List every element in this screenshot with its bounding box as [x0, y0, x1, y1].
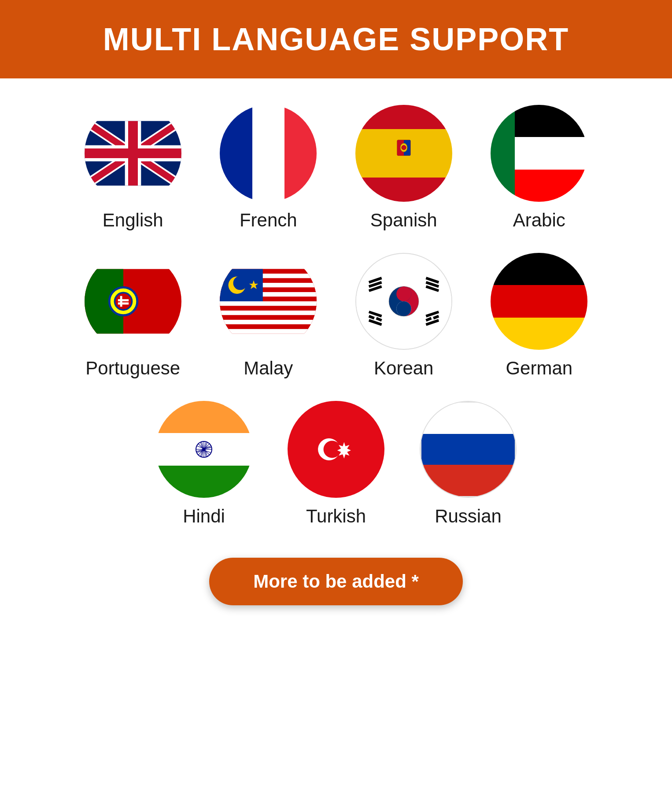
language-name-russian: Russian — [435, 506, 502, 527]
language-item-german: German — [478, 253, 601, 379]
svg-rect-23 — [220, 301, 317, 306]
language-item-malay: Malay — [207, 253, 330, 379]
svg-rect-29 — [220, 329, 317, 333]
svg-rect-11 — [118, 299, 129, 301]
more-button[interactable]: More to be added * — [209, 558, 463, 605]
flag-turkish — [288, 401, 384, 498]
flag-malay — [220, 253, 317, 350]
language-item-english: English — [72, 105, 194, 231]
svg-marker-80 — [337, 442, 351, 458]
language-name-hindi: Hindi — [183, 506, 225, 527]
language-item-french: French — [207, 105, 330, 231]
language-name-spanish: Spanish — [370, 210, 437, 231]
language-name-german: German — [506, 358, 572, 379]
page-title: MULTI LANGUAGE SUPPORT — [9, 21, 663, 57]
language-name-korean: Korean — [374, 358, 433, 379]
flag-english — [85, 105, 181, 202]
language-item-portuguese: Portuguese — [72, 253, 194, 379]
language-item-arabic: Arabic — [478, 105, 601, 231]
svg-point-79 — [324, 441, 341, 458]
flag-hindi — [155, 401, 252, 498]
svg-point-5 — [402, 145, 406, 150]
language-grid-row2: Portuguese — [72, 253, 600, 379]
svg-rect-25 — [220, 311, 317, 315]
language-item-spanish: Spanish — [343, 105, 465, 231]
svg-rect-24 — [220, 306, 317, 310]
language-item-korean: Korean — [343, 253, 465, 379]
language-name-malay: Malay — [244, 358, 293, 379]
svg-point-36 — [396, 286, 411, 301]
flag-korean — [355, 253, 452, 350]
svg-point-32 — [233, 276, 247, 290]
flag-arabic — [491, 105, 587, 202]
language-item-turkish: Turkish — [288, 401, 384, 527]
svg-rect-28 — [220, 324, 317, 329]
flag-french — [220, 105, 317, 202]
flag-portuguese — [85, 253, 181, 350]
flag-russian — [420, 401, 517, 498]
language-grid-row1: English French — [72, 105, 600, 231]
svg-point-37 — [396, 301, 411, 316]
flag-german — [491, 253, 587, 350]
flag-spanish — [355, 105, 452, 202]
language-name-arabic: Arabic — [513, 210, 565, 231]
svg-rect-12 — [118, 302, 129, 304]
language-item-russian: Russian — [420, 401, 517, 527]
language-name-turkish: Turkish — [306, 506, 366, 527]
page-header: MULTI LANGUAGE SUPPORT — [0, 0, 672, 78]
svg-rect-27 — [220, 320, 317, 324]
svg-rect-26 — [220, 315, 317, 319]
language-name-english: English — [103, 210, 163, 231]
language-item-hindi: Hindi — [155, 401, 252, 527]
language-name-portuguese: Portuguese — [85, 358, 180, 379]
main-content: English French — [0, 78, 672, 632]
language-grid-row3: Hindi Turkish — [72, 401, 600, 527]
language-name-french: French — [240, 210, 297, 231]
